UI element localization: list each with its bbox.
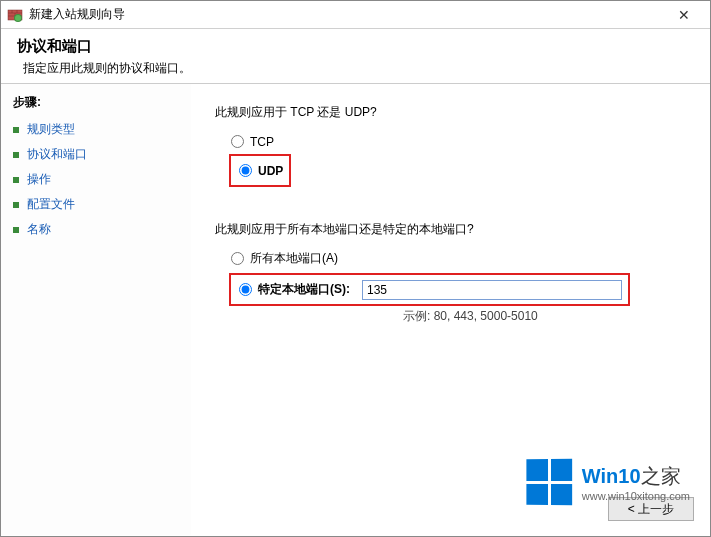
step-protocol-ports[interactable]: 协议和端口 <box>13 146 179 163</box>
watermark: Win10之家 www.win10xitong.com <box>526 459 690 505</box>
steps-sidebar: 步骤: 规则类型 协议和端口 操作 配置文件 名称 <box>1 84 191 535</box>
specific-port-highlight-box: 特定本地端口(S): <box>229 273 630 306</box>
svg-point-7 <box>15 15 21 21</box>
firewall-icon <box>7 7 23 23</box>
radio-udp-row: UDP <box>237 162 283 179</box>
watermark-brand: Win10之家 <box>582 463 690 490</box>
specific-ports-input[interactable] <box>362 280 622 300</box>
protocol-radio-group: TCP UDP <box>229 133 686 187</box>
steps-title: 步骤: <box>13 94 179 111</box>
step-bullet-icon <box>13 202 19 208</box>
step-label: 规则类型 <box>27 121 75 138</box>
step-rule-type[interactable]: 规则类型 <box>13 121 179 138</box>
close-button[interactable]: ✕ <box>664 1 704 28</box>
wizard-body: 步骤: 规则类型 协议和端口 操作 配置文件 名称 <box>1 84 710 535</box>
wizard-window: 新建入站规则向导 ✕ 协议和端口 指定应用此规则的协议和端口。 步骤: 规则类型… <box>0 0 711 537</box>
radio-tcp-label: TCP <box>250 135 274 149</box>
radio-all-ports-label: 所有本地端口(A) <box>250 250 338 267</box>
step-bullet-icon <box>13 177 19 183</box>
radio-all-ports-row: 所有本地端口(A) <box>229 250 686 267</box>
step-label: 配置文件 <box>27 196 75 213</box>
page-title: 协议和端口 <box>17 37 694 56</box>
step-bullet-icon <box>13 227 19 233</box>
radio-all-ports[interactable] <box>231 252 244 265</box>
radio-tcp[interactable] <box>231 135 244 148</box>
step-name[interactable]: 名称 <box>13 221 179 238</box>
radio-specific-ports-row: 特定本地端口(S): <box>237 281 350 298</box>
step-label: 协议和端口 <box>27 146 87 163</box>
close-icon: ✕ <box>678 7 690 23</box>
step-bullet-icon <box>13 152 19 158</box>
step-action[interactable]: 操作 <box>13 171 179 188</box>
watermark-text: Win10之家 www.win10xitong.com <box>582 463 690 502</box>
page-subtitle: 指定应用此规则的协议和端口。 <box>23 60 694 77</box>
step-label: 操作 <box>27 171 51 188</box>
ports-example-text: 示例: 80, 443, 5000-5010 <box>403 308 686 325</box>
radio-udp[interactable] <box>239 164 252 177</box>
ports-radio-group: 所有本地端口(A) 特定本地端口(S): 示例: 80, 443, 5000-5… <box>229 250 686 325</box>
udp-highlight-box: UDP <box>229 154 291 187</box>
step-label: 名称 <box>27 221 51 238</box>
window-title: 新建入站规则向导 <box>29 6 664 23</box>
step-bullet-icon <box>13 127 19 133</box>
titlebar: 新建入站规则向导 ✕ <box>1 1 710 29</box>
step-profile[interactable]: 配置文件 <box>13 196 179 213</box>
protocol-question: 此规则应用于 TCP 还是 UDP? <box>215 104 686 121</box>
windows-logo-icon <box>526 459 572 506</box>
wizard-content: 此规则应用于 TCP 还是 UDP? TCP UDP 此规则应用于所有本地端口还… <box>191 84 710 535</box>
radio-specific-ports[interactable] <box>239 283 252 296</box>
radio-udp-label: UDP <box>258 164 283 178</box>
radio-tcp-row: TCP <box>229 133 686 150</box>
ports-question: 此规则应用于所有本地端口还是特定的本地端口? <box>215 221 686 238</box>
watermark-url: www.win10xitong.com <box>582 490 690 502</box>
wizard-header: 协议和端口 指定应用此规则的协议和端口。 <box>1 29 710 83</box>
radio-specific-ports-label: 特定本地端口(S): <box>258 281 350 298</box>
